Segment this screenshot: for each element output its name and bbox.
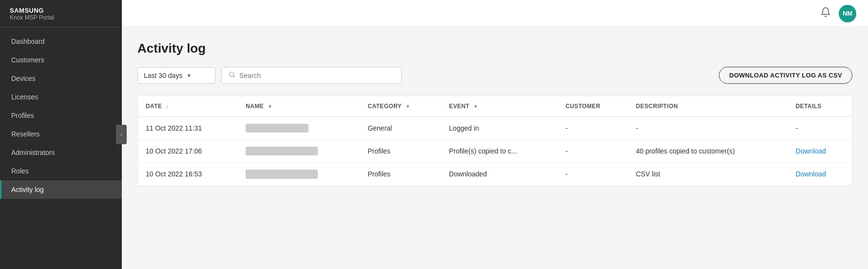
- table-header-row: DATE ↕ NAME ▼ CATEGORY ▼ EVENT: [138, 96, 852, 117]
- cell-description: 40 profiles copied to customer(s): [628, 140, 788, 163]
- cell-event: Logged in: [441, 117, 558, 140]
- page-title: Activity log: [137, 41, 852, 56]
- col-customer: CUSTOMER: [558, 96, 628, 117]
- svg-line-1: [233, 76, 235, 77]
- table-row: 11 Oct 2022 11:31██████████████GeneralLo…: [138, 117, 852, 140]
- sidebar-item-dashboard[interactable]: Dashboard: [0, 32, 122, 51]
- sidebar-item-resellers[interactable]: Resellers: [0, 125, 122, 143]
- brand-samsung: SAMSUNG: [10, 7, 112, 14]
- cell-customer: -: [558, 140, 628, 163]
- download-link[interactable]: Download: [796, 147, 826, 155]
- cell-category: General: [360, 117, 441, 140]
- cell-description: -: [628, 117, 788, 140]
- sort-icon: ↕: [166, 104, 168, 109]
- sidebar-item-devices[interactable]: Devices: [0, 69, 122, 88]
- sidebar-item-activity-log[interactable]: Activity log: [0, 180, 122, 199]
- col-description: DESCRIPTION: [628, 96, 788, 117]
- cell-customer: -: [558, 117, 628, 140]
- brand-product: Knox MSP Portal: [10, 14, 112, 21]
- cell-event: Profile(s) copied to c...: [441, 140, 558, 163]
- search-icon: [229, 71, 235, 79]
- table-row: 10 Oct 2022 16:53████████████████Profile…: [138, 163, 852, 186]
- brand-area: SAMSUNG Knox MSP Portal: [0, 0, 122, 27]
- sidebar-item-profiles[interactable]: Profiles: [0, 106, 122, 125]
- sidebar-item-licenses[interactable]: Licenses: [0, 88, 122, 106]
- cell-details[interactable]: Download: [788, 140, 852, 163]
- sidebar: SAMSUNG Knox MSP Portal Dashboard Custom…: [0, 0, 122, 269]
- col-name[interactable]: NAME ▼: [238, 96, 360, 117]
- search-box: [221, 67, 402, 84]
- cell-date: 10 Oct 2022 17:06: [138, 140, 238, 163]
- user-avatar[interactable]: NM: [839, 5, 856, 22]
- table-row: 10 Oct 2022 17:06████████████████Profile…: [138, 140, 852, 163]
- col-details: DETAILS: [788, 96, 852, 117]
- filter-icon: ▼: [268, 104, 272, 109]
- cell-name: ██████████████: [238, 117, 360, 140]
- cell-description: CSV list: [628, 163, 788, 186]
- sidebar-nav: Dashboard Customers Devices Licenses Pro…: [0, 27, 122, 269]
- sidebar-item-customers[interactable]: Customers: [0, 51, 122, 69]
- chevron-down-icon: ▼: [186, 73, 192, 78]
- cell-details: -: [788, 117, 852, 140]
- topbar: NM: [122, 0, 868, 27]
- main-area: NM Activity log Last 30 days ▼ DOWNLOA: [122, 0, 868, 269]
- cell-name: ████████████████: [238, 163, 360, 186]
- cell-name: ████████████████: [238, 140, 360, 163]
- cell-event: Downloaded: [441, 163, 558, 186]
- download-csv-button[interactable]: DOWNLOAD ACTIVITY LOG AS CSV: [719, 67, 852, 84]
- download-link[interactable]: Download: [796, 170, 826, 178]
- toolbar: Last 30 days ▼ DOWNLOAD ACTIVITY LOG AS …: [137, 67, 852, 84]
- cell-date: 10 Oct 2022 16:53: [138, 163, 238, 186]
- sidebar-item-administrators[interactable]: Administrators: [0, 143, 122, 162]
- activity-log-table: DATE ↕ NAME ▼ CATEGORY ▼ EVENT: [137, 96, 852, 186]
- cell-category: Profiles: [360, 140, 441, 163]
- col-category[interactable]: CATEGORY ▼: [360, 96, 441, 117]
- sidebar-collapse-button[interactable]: ‹: [116, 125, 127, 144]
- cell-details[interactable]: Download: [788, 163, 852, 186]
- col-date[interactable]: DATE ↕: [138, 96, 238, 117]
- cell-date: 11 Oct 2022 11:31: [138, 117, 238, 140]
- notifications-bell-icon[interactable]: [820, 7, 831, 20]
- date-filter-dropdown[interactable]: Last 30 days ▼: [137, 67, 215, 84]
- col-event[interactable]: EVENT ▼: [441, 96, 558, 117]
- cell-customer: -: [558, 163, 628, 186]
- cell-category: Profiles: [360, 163, 441, 186]
- filter-icon: ▼: [473, 104, 478, 109]
- filter-icon: ▼: [405, 104, 410, 109]
- sidebar-item-roles[interactable]: Roles: [0, 162, 122, 180]
- content-area: Activity log Last 30 days ▼ DOWNLOAD ACT…: [122, 27, 868, 269]
- search-input[interactable]: [239, 72, 394, 79]
